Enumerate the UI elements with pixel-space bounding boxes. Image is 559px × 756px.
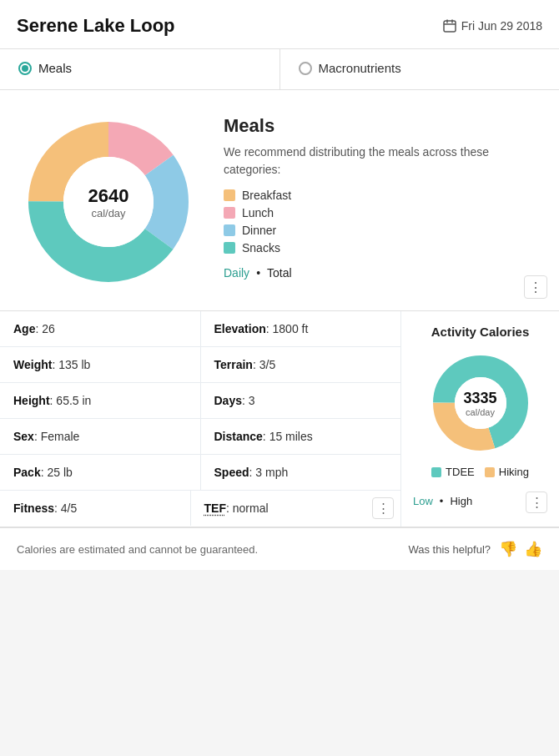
- activity-more-button[interactable]: ⋮: [526, 491, 547, 513]
- meals-description: We recommend distributing the meals acro…: [224, 144, 542, 179]
- legend-item-snacks: Snacks: [224, 241, 542, 255]
- legend-dot-snacks: [224, 242, 235, 254]
- legend-label-snacks: Snacks: [242, 241, 280, 255]
- stats-table: Age: 26 Elevation: 1800 ft Weight: 135 l…: [0, 311, 400, 527]
- meals-info: Meals We recommend distributing the meal…: [224, 110, 542, 280]
- tab-macronutrients-radio: [299, 62, 312, 75]
- legend-label-lunch: Lunch: [242, 206, 274, 219]
- activity-donut-center: 3335 cal/day: [463, 390, 496, 417]
- stats-cell-fitness: Fitness: 4/5: [0, 491, 191, 526]
- activity-links: Low • High: [413, 495, 472, 507]
- thumbs-up-button[interactable]: 👍: [524, 540, 542, 558]
- meals-title: Meals: [224, 115, 542, 137]
- stats-cell-weight: Weight: 135 lb: [0, 347, 201, 382]
- stats-cell-tef: TEF: normal ⋮: [191, 491, 401, 526]
- meals-donut-container: 2640 cal/day: [17, 110, 200, 294]
- link-daily[interactable]: Daily: [224, 266, 249, 280]
- meals-more-button[interactable]: ⋮: [524, 275, 547, 299]
- activity-dot-hiking: [485, 467, 495, 477]
- activity-dot-tdee: [431, 467, 441, 477]
- stats-cell-elevation: Elevation: 1800 ft: [201, 311, 401, 346]
- activity-label-hiking: Hiking: [499, 466, 529, 478]
- tef-label: TEF: [204, 501, 226, 515]
- stats-cell-height: Height: 65.5 in: [0, 383, 201, 418]
- meals-legend: Breakfast Lunch Dinner Snacks: [224, 189, 542, 255]
- helpful-buttons: 👎 👍: [499, 540, 542, 558]
- stats-row-2: Height: 65.5 in Days: 3: [0, 383, 400, 419]
- activity-links-separator: •: [440, 495, 444, 507]
- link-low[interactable]: Low: [413, 495, 433, 507]
- tab-meals-radio: [18, 62, 32, 75]
- stats-more-button[interactable]: ⋮: [372, 497, 394, 519]
- meals-links: Daily • Total: [224, 266, 542, 280]
- legend-dot-dinner: [224, 224, 235, 236]
- svg-rect-0: [444, 21, 456, 32]
- stats-cell-speed: Speed: 3 mph: [201, 455, 401, 490]
- stats-row-4: Pack: 25 lb Speed: 3 mph: [0, 455, 400, 491]
- helpful-section: Was this helpful? 👎 👍: [408, 540, 542, 558]
- activity-legend-tdee: TDEE: [431, 466, 475, 478]
- meals-section: 2640 cal/day Meals We recommend distribu…: [0, 90, 559, 311]
- header: Serene Lake Loop Fri Jun 29 2018: [0, 0, 559, 49]
- stats-section: Age: 26 Elevation: 1800 ft Weight: 135 l…: [0, 311, 559, 527]
- tab-macronutrients[interactable]: Macronutrients: [280, 49, 560, 89]
- helpful-label: Was this helpful?: [408, 543, 491, 556]
- link-total: Total: [267, 266, 292, 280]
- tab-meals[interactable]: Meals: [0, 49, 280, 89]
- link-high: High: [450, 495, 472, 507]
- activity-legend: TDEE Hiking: [431, 466, 529, 478]
- tabs-bar: Meals Macronutrients: [0, 49, 559, 90]
- activity-title: Activity Calories: [431, 325, 530, 339]
- stats-cell-pack: Pack: 25 lb: [0, 455, 201, 490]
- tab-macronutrients-label: Macronutrients: [319, 61, 401, 75]
- stats-row-3: Sex: Female Distance: 15 miles: [0, 419, 400, 455]
- legend-item-lunch: Lunch: [224, 206, 542, 219]
- thumbs-down-button[interactable]: 👎: [499, 540, 517, 558]
- legend-label-breakfast: Breakfast: [242, 189, 291, 202]
- activity-legend-hiking: Hiking: [485, 466, 529, 478]
- legend-dot-breakfast: [224, 189, 235, 201]
- legend-dot-lunch: [224, 207, 235, 219]
- footer-disclaimer: Calories are estimated and cannot be gua…: [17, 543, 258, 556]
- stats-row-5: Fitness: 4/5 TEF: normal ⋮: [0, 491, 400, 526]
- stats-cell-distance: Distance: 15 miles: [201, 419, 401, 454]
- meals-links-separator: •: [256, 266, 260, 280]
- legend-item-dinner: Dinner: [224, 224, 542, 237]
- stats-row-1: Weight: 135 lb Terrain: 3/5: [0, 347, 400, 383]
- legend-label-dinner: Dinner: [242, 224, 276, 237]
- stats-cell-days: Days: 3: [201, 383, 401, 418]
- header-date-text: Fri Jun 29 2018: [461, 19, 542, 33]
- activity-bottom-row: Low • High ⋮: [413, 488, 547, 513]
- stats-cell-sex: Sex: Female: [0, 419, 201, 454]
- stats-cell-terrain: Terrain: 3/5: [201, 347, 401, 382]
- donut-inner: [63, 157, 154, 247]
- stats-row-0: Age: 26 Elevation: 1800 ft: [0, 311, 400, 347]
- activity-donut-value: 3335: [463, 390, 496, 407]
- page-title: Serene Lake Loop: [17, 15, 175, 37]
- activity-section: Activity Calories 3335 cal/day TDEE Hik: [400, 311, 559, 527]
- tab-meals-label: Meals: [38, 61, 72, 75]
- header-date: Fri Jun 29 2018: [443, 19, 542, 33]
- meals-donut-chart: [17, 110, 200, 294]
- activity-donut-unit: cal/day: [463, 407, 496, 417]
- activity-label-tdee: TDEE: [446, 466, 475, 478]
- calendar-icon: [443, 19, 456, 33]
- stats-cell-age: Age: 26: [0, 311, 201, 346]
- footer: Calories are estimated and cannot be gua…: [0, 527, 559, 570]
- activity-donut-container: 3335 cal/day: [426, 349, 535, 457]
- legend-item-breakfast: Breakfast: [224, 189, 542, 202]
